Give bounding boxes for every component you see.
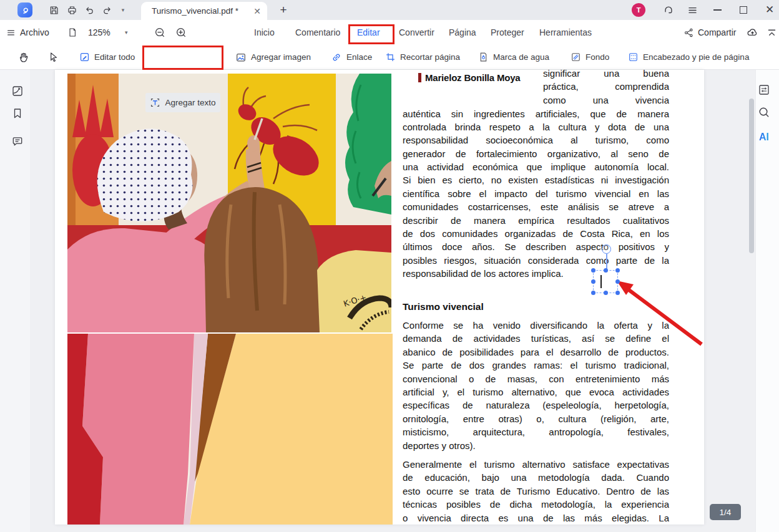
page-view-icon[interactable] — [67, 20, 77, 45]
print-icon[interactable] — [66, 4, 77, 16]
document-text-line: práctica, comprendida — [543, 80, 669, 93]
document-text-line: artificial y, el turismo alternativo, qu… — [403, 385, 669, 399]
user-avatar[interactable]: T — [632, 3, 645, 17]
document-text-line: responsabilidad socioeconómica al turism… — [403, 133, 669, 147]
resize-handle-s[interactable] — [604, 291, 608, 295]
resize-handle-n[interactable] — [604, 268, 608, 273]
document-paragraph-3: Generalmente el turismo alternativo sati… — [403, 458, 669, 525]
tab-herramientas[interactable]: Herramientas — [539, 20, 592, 45]
document-text-line: misticismo, arquitectura, antropología, … — [403, 425, 669, 438]
file-menu[interactable]: Archivo — [6, 20, 49, 45]
bookmark-panel-icon[interactable] — [11, 107, 24, 120]
link-label: Enlace — [346, 52, 372, 62]
pdf-page[interactable]: K·O·+ Marieloz Bonilla Moya significar u… — [55, 70, 704, 525]
tab-convertir[interactable]: Convertir — [399, 20, 434, 45]
thumbnail-panel-icon[interactable] — [11, 85, 24, 97]
pdfelement-logo-icon[interactable] — [17, 2, 32, 17]
document-text-line: una actividad económica que implique aut… — [403, 160, 669, 173]
vertical-scrollbar-thumb[interactable] — [749, 99, 754, 253]
document-paragraph-1: auténtica sin ingredientes artificiales,… — [403, 107, 669, 281]
zoom-dropdown-icon[interactable]: ▾ — [125, 20, 128, 45]
document-text-line: esto ocurre se trata de Turismo Educativ… — [403, 485, 669, 498]
hand-tool-button[interactable] — [17, 45, 30, 69]
resize-handle-se[interactable] — [615, 291, 620, 295]
resize-handle-ne[interactable] — [615, 268, 620, 273]
rotate-handle[interactable] — [602, 244, 611, 254]
search-icon[interactable] — [758, 106, 770, 118]
document-text-line: demanda de actividades turísticas, así s… — [403, 332, 669, 345]
tab-close-icon[interactable]: ✕ — [253, 6, 261, 16]
tab-proteger[interactable]: Proteger — [491, 20, 524, 45]
add-image-icon — [235, 52, 247, 63]
comment-panel-icon[interactable] — [11, 135, 24, 148]
collapse-toolbar-icon[interactable] — [767, 20, 777, 45]
resize-handle-w[interactable] — [591, 279, 595, 284]
edit-toolbar: Editar todo Agregar texto Agregar imagen… — [0, 45, 779, 70]
document-text-line: científica sobre el impacto del turismo … — [403, 187, 669, 200]
share-icon — [683, 27, 694, 38]
background-icon — [571, 52, 581, 62]
document-canvas[interactable]: K·O·+ Marieloz Bonilla Moya significar u… — [30, 70, 755, 532]
document-text-line: técnicas posibles de dicha metodología, … — [403, 498, 669, 511]
document-text-line: ornitología, entre otras) o, cultura (re… — [403, 412, 669, 425]
minimize-button[interactable] — [713, 9, 722, 11]
tab-editar[interactable]: Editar — [357, 20, 380, 45]
document-tab[interactable]: Turismo_vivencial.pdf * ✕ — [141, 2, 267, 20]
cloud-upload-icon[interactable] — [746, 20, 759, 45]
document-text-line: posibles riesgos, situación considerada … — [403, 254, 669, 267]
tab-pagina[interactable]: Página — [449, 20, 476, 45]
history-dropdown-icon[interactable]: ▾ — [117, 4, 129, 16]
file-menu-label: Archivo — [20, 27, 49, 37]
share-button[interactable]: Compartir — [683, 20, 736, 45]
hand-icon — [17, 51, 30, 64]
maximize-button[interactable] — [740, 6, 747, 14]
add-image-label: Agregar imagen — [251, 52, 311, 62]
header-footer-button[interactable]: Encabezado y pie de página — [628, 45, 749, 69]
tab-comentario[interactable]: Comentario — [295, 20, 340, 45]
document-text-line: significar una buena — [543, 70, 669, 80]
link-icon — [331, 52, 342, 63]
crop-page-button[interactable]: Recortar página — [385, 45, 460, 69]
zoom-in-button[interactable] — [175, 20, 187, 45]
add-image-button[interactable]: Agregar imagen — [235, 45, 311, 69]
hamburger-icon — [6, 28, 16, 37]
watermark-drop-icon — [478, 52, 489, 62]
select-tool-button[interactable] — [47, 45, 59, 69]
new-tab-button[interactable]: + — [276, 2, 291, 17]
ai-panel-button[interactable]: AI — [758, 131, 770, 143]
document-intro-column: significar una buenapráctica, comprendid… — [543, 70, 669, 107]
resize-handle-e[interactable] — [615, 279, 620, 284]
document-text-line: abanico de posibilidades para el desarro… — [403, 346, 669, 359]
undo-icon[interactable] — [84, 4, 95, 16]
close-button[interactable]: ✕ — [763, 2, 777, 16]
document-text-line: Se parte de dos grandes ramas: el turism… — [403, 359, 669, 372]
document-text-line: Conforme se ha venido diversificando la … — [403, 319, 669, 332]
background-label: Fondo — [585, 52, 609, 62]
menubar: Archivo 125% ▾ Inicio Comentario Editar … — [0, 20, 779, 45]
header-footer-icon — [628, 52, 639, 62]
edit-all-button[interactable]: Editar todo — [79, 45, 135, 69]
document-text-line: controlada brinda respeto a la cultura y… — [403, 120, 669, 133]
support-headset-icon[interactable] — [663, 4, 674, 16]
crop-icon — [385, 52, 396, 62]
page-indicator: 1/4 — [710, 504, 741, 520]
document-text-line: generador de fortalecimiento organizativ… — [403, 147, 669, 160]
add-text-button[interactable]: Agregar texto — [145, 93, 220, 112]
save-icon[interactable] — [48, 4, 59, 16]
properties-panel-icon[interactable] — [758, 84, 770, 96]
mural-photo: K·O·+ — [67, 74, 391, 332]
author-accent-bar — [418, 73, 421, 82]
resize-handle-sw[interactable] — [591, 291, 595, 295]
resize-handle-nw[interactable] — [591, 268, 595, 273]
background-button[interactable]: Fondo — [571, 45, 609, 69]
redo-icon[interactable] — [101, 4, 112, 16]
text-box-selection[interactable] — [593, 270, 618, 293]
tab-inicio[interactable]: Inicio — [254, 20, 275, 45]
app-menu-icon[interactable] — [687, 4, 698, 16]
edit-pencil-icon — [79, 52, 90, 62]
zoom-level-value[interactable]: 125% — [88, 20, 110, 45]
zoom-out-button[interactable] — [154, 20, 166, 45]
document-text-line: últimos doce años. Se describen aspecto … — [403, 240, 669, 253]
watermark-button[interactable]: Marca de agua — [478, 45, 549, 69]
link-button[interactable]: Enlace — [331, 45, 372, 69]
